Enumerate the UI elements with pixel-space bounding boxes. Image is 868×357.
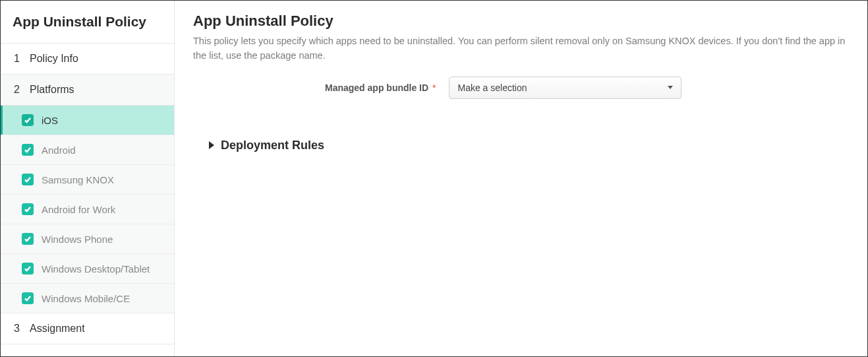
bundle-id-label: Managed app bundle ID * — [325, 82, 436, 93]
checkbox-icon[interactable] — [22, 263, 34, 275]
step-number: 2 — [14, 84, 23, 96]
platform-label: Windows Phone — [42, 234, 113, 245]
checkbox-icon[interactable] — [22, 203, 34, 215]
platform-item-android-for-work[interactable]: Android for Work — [1, 195, 174, 224]
platform-item-windows-desktop-tablet[interactable]: Windows Desktop/Tablet — [1, 254, 174, 284]
page-description: This policy lets you specify which apps … — [193, 34, 849, 63]
step-label: Platforms — [30, 84, 74, 96]
policy-editor: App Uninstall Policy 1 Policy Info 2 Pla… — [0, 0, 868, 357]
bundle-id-select[interactable]: Make a selection — [449, 77, 681, 99]
platform-list: iOS Android Samsung KNOX Android for Wor… — [1, 106, 174, 313]
platform-label: Windows Desktop/Tablet — [42, 263, 150, 275]
required-mark: * — [432, 82, 436, 93]
platform-label: Windows Mobile/CE — [42, 293, 130, 304]
platform-item-ios[interactable]: iOS — [1, 106, 174, 135]
step-number: 3 — [14, 323, 23, 335]
deployment-rules-toggle[interactable]: Deployment Rules — [193, 139, 849, 152]
step-label: Assignment — [30, 323, 85, 335]
checkbox-icon[interactable] — [22, 174, 34, 185]
platform-item-windows-phone[interactable]: Windows Phone — [1, 224, 174, 254]
nav-step-platforms[interactable]: 2 Platforms — [1, 75, 174, 106]
step-number: 1 — [14, 53, 23, 65]
checkbox-icon[interactable] — [22, 114, 34, 126]
sidebar: App Uninstall Policy 1 Policy Info 2 Pla… — [1, 1, 175, 356]
platform-label: Android — [42, 145, 76, 156]
checkbox-icon[interactable] — [22, 144, 34, 156]
platform-item-samsung-knox[interactable]: Samsung KNOX — [1, 165, 174, 195]
platform-label: Android for Work — [42, 204, 115, 215]
platform-label: iOS — [42, 115, 58, 126]
step-label: Policy Info — [30, 53, 78, 65]
triangle-right-icon — [209, 141, 214, 149]
platform-item-android[interactable]: Android — [1, 135, 174, 165]
chevron-down-icon — [668, 86, 673, 89]
nav-step-policy-info[interactable]: 1 Policy Info — [1, 44, 174, 75]
checkbox-icon[interactable] — [22, 292, 34, 304]
form-row-bundle-id: Managed app bundle ID * Make a selection — [193, 77, 849, 99]
sidebar-title: App Uninstall Policy — [1, 1, 174, 44]
nav-step-assignment[interactable]: 3 Assignment — [1, 313, 174, 344]
checkbox-icon[interactable] — [22, 233, 34, 245]
platform-label: Samsung KNOX — [42, 174, 114, 185]
platform-item-windows-mobile-ce[interactable]: Windows Mobile/CE — [1, 284, 174, 313]
select-placeholder: Make a selection — [457, 82, 527, 93]
main-content: App Uninstall Policy This policy lets yo… — [175, 1, 867, 356]
deployment-rules-title: Deployment Rules — [221, 139, 324, 152]
page-title: App Uninstall Policy — [193, 13, 849, 30]
